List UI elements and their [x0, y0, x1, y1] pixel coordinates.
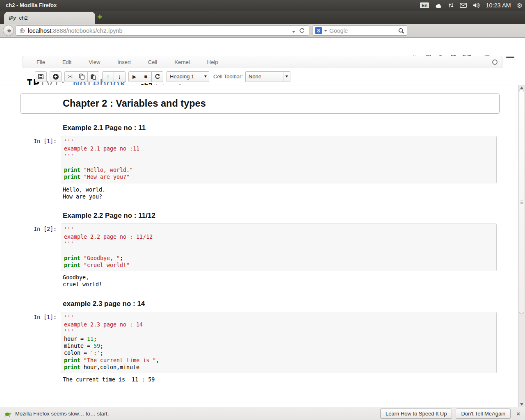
search-magnifier-icon[interactable]	[398, 27, 404, 34]
code-input-area[interactable]: '''example 2.1 page no :11''' print "Hel…	[61, 136, 497, 183]
system-tray: En 10:23 AM ⚙	[420, 0, 523, 11]
back-button[interactable]	[3, 25, 14, 36]
scroll-down-arrow[interactable]	[520, 403, 523, 406]
menu-kernel[interactable]: Kernel	[166, 59, 199, 65]
url-host: localhost	[28, 27, 51, 34]
code-input-area[interactable]: '''example 2.3 page no : 14'''hour = 11;…	[61, 312, 497, 373]
select-arrow-icon	[283, 72, 290, 82]
cloud-icon[interactable]	[435, 3, 442, 8]
scrollbar-thumb[interactable]	[519, 89, 524, 314]
menu-insert[interactable]: Insert	[109, 59, 139, 65]
restart-kernel-button[interactable]	[151, 71, 163, 82]
code-cell-3[interactable]: In [1]: '''example 2.3 page no : 14'''ho…	[21, 312, 497, 373]
heading-cell-example-2-1[interactable]: Example 2.1 Page no : 11	[63, 124, 518, 132]
save-button[interactable]	[35, 71, 47, 82]
select-arrow-icon	[202, 72, 209, 82]
code-cell-2[interactable]: In [2]: '''example 2.2 page no : 11/12''…	[21, 224, 497, 271]
run-cell-button[interactable]: ▶	[128, 71, 140, 82]
tab-strip: IPy ch2 +	[0, 11, 525, 24]
play-icon: ▶	[132, 74, 136, 80]
kernel-status-indicator	[492, 59, 498, 65]
heading-cell-example-2-3[interactable]: example 2.3 page no : 14	[63, 300, 518, 308]
notebook-header: IP[y]: Notebook ch2 (autosaved)	[0, 38, 525, 55]
floppy-icon	[38, 73, 44, 80]
scissors-icon: ✂	[68, 73, 73, 80]
cell-output: Hello, world. How are you?	[63, 183, 518, 201]
turtle-icon	[4, 411, 12, 417]
url-text[interactable]: localhost:8888/notebooks/ch2.ipynb	[28, 27, 289, 34]
menu-file[interactable]: File	[28, 59, 54, 65]
notification-text: Mozilla Firefox seems slow… to… start.	[15, 411, 109, 417]
code-input-area[interactable]: '''example 2.2 page no : 11/12''' print …	[61, 224, 497, 271]
session-gear-icon[interactable]: ⚙	[517, 2, 523, 9]
cell-output: Goodbye, cruel world!	[63, 271, 518, 288]
menu-help[interactable]: Help	[199, 59, 227, 65]
slow-startup-notification-bar: Mozilla Firefox seems slow… to… start. L…	[0, 407, 525, 420]
plus-circle-icon	[52, 73, 59, 80]
mail-icon[interactable]	[460, 3, 467, 8]
notebook-area[interactable]: Chapter 2 : Variables and types Example …	[0, 85, 518, 394]
copy-icon	[79, 73, 85, 80]
cell-type-select[interactable]: Heading 1	[167, 71, 209, 82]
interrupt-kernel-button[interactable]: ■	[140, 71, 152, 82]
cell-toolbar-select[interactable]: None	[245, 71, 290, 82]
code-cell-1[interactable]: In [1]: '''example 2.1 page no :11''' pr…	[21, 136, 497, 183]
add-cell-button[interactable]	[50, 71, 62, 82]
down-arrow-icon: ↓	[118, 73, 121, 80]
stop-icon: ■	[144, 73, 148, 80]
paste-cell-button[interactable]	[87, 71, 99, 82]
copy-cell-button[interactable]	[76, 71, 88, 82]
notebook-toolbar: ✂ ↑ ↓ ▶ ■ Heading 1 Cell Toolbar: None	[35, 71, 290, 82]
refresh-icon	[155, 74, 160, 80]
scroll-up-arrow[interactable]	[520, 87, 523, 89]
network-sync-icon[interactable]	[448, 2, 454, 8]
cell-toolbar-label: Cell Toolbar:	[213, 73, 243, 80]
cell-output: The current time is 11 : 59	[63, 373, 518, 383]
globe-icon	[19, 28, 25, 34]
url-dropdown-button[interactable]	[289, 27, 298, 34]
up-arrow-icon: ↑	[107, 73, 110, 80]
code-editor[interactable]: '''example 2.1 page no :11''' print "Hel…	[64, 138, 493, 181]
url-bar[interactable]: localhost:8888/notebooks/ch2.ipynb	[16, 25, 309, 36]
window-title: ch2 - Mozilla Firefox	[6, 2, 57, 8]
volume-icon[interactable]	[472, 2, 480, 8]
move-cell-down-button[interactable]: ↓	[114, 71, 126, 82]
learn-how-to-speed-it-up-button[interactable]: Learn How to Speed It Up	[380, 409, 452, 419]
notebook-menubar: File Edit View Insert Cell Kernel Help	[23, 56, 502, 68]
menu-cell[interactable]: Cell	[139, 59, 166, 65]
chapter-heading: Chapter 2 : Variables and types	[63, 98, 206, 109]
cut-cell-button[interactable]: ✂	[64, 71, 76, 82]
paste-icon	[90, 73, 96, 80]
close-icon[interactable]: ×	[515, 410, 522, 417]
heading-cell-example-2-2[interactable]: Example 2.2 Page no : 11/12	[63, 212, 518, 220]
code-editor[interactable]: '''example 2.3 page no : 14'''hour = 11;…	[64, 314, 493, 371]
ipython-favicon: IPy	[9, 16, 16, 21]
heading-cell-selected[interactable]: Chapter 2 : Variables and types	[21, 94, 500, 114]
dont-tell-me-again-button[interactable]: Don't Tell Me Again	[456, 409, 511, 419]
keyboard-layout-indicator[interactable]: En	[420, 2, 429, 8]
clock[interactable]: 10:23 AM	[486, 2, 511, 9]
notebook-scrollbar[interactable]	[518, 85, 525, 407]
navigation-bar: localhost:8888/notebooks/ch2.ipynb 8 ☆	[0, 24, 525, 38]
input-prompt: In [2]:	[21, 224, 61, 271]
input-prompt: In [1]:	[21, 136, 61, 183]
menu-edit[interactable]: Edit	[54, 59, 80, 65]
window-titlebar: ch2 - Mozilla Firefox En 10:23 AM ⚙	[0, 0, 525, 11]
desktop: ch2 - Mozilla Firefox En 10:23 AM ⚙ IPy …	[0, 0, 525, 420]
move-cell-up-button[interactable]: ↑	[102, 71, 114, 82]
input-prompt: In [1]:	[21, 312, 61, 373]
tab-title: ch2	[19, 15, 28, 21]
url-path: :8888/notebooks/ch2.ipynb	[51, 27, 122, 34]
search-input[interactable]	[329, 27, 396, 34]
search-engine-icon[interactable]: 8	[315, 27, 322, 34]
menu-view[interactable]: View	[80, 59, 109, 65]
scrollbar-grip	[520, 201, 523, 204]
reload-button[interactable]	[298, 28, 307, 34]
code-editor[interactable]: '''example 2.2 page no : 11/12''' print …	[64, 226, 493, 269]
back-arrow-icon	[6, 28, 11, 34]
search-engine-dropdown[interactable]	[324, 30, 327, 32]
browser-tab-ch2[interactable]: IPy ch2	[4, 12, 95, 24]
new-tab-button[interactable]: +	[97, 12, 103, 22]
search-bar[interactable]: 8	[312, 25, 407, 36]
